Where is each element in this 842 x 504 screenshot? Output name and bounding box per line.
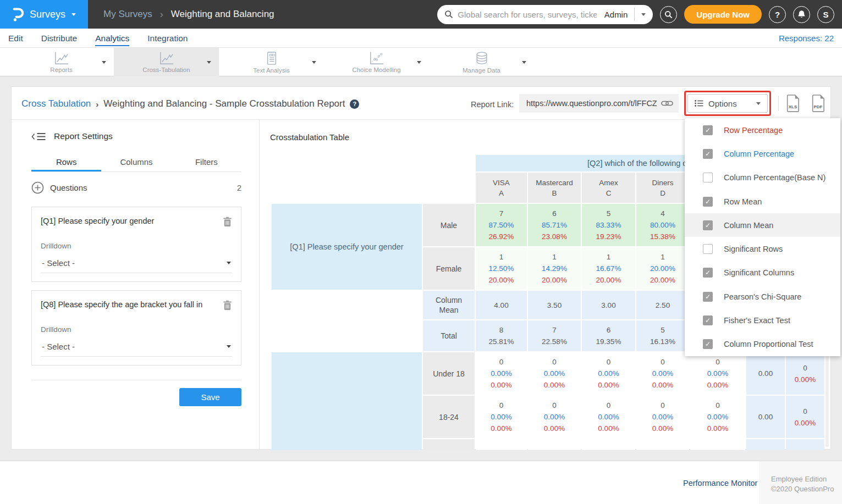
save-button[interactable]: Save — [179, 388, 241, 406]
options-menu-item-pearson-s-chi-square[interactable]: ✓Pearson's Chi-Square — [685, 285, 840, 308]
data-cell: 3.00 — [582, 291, 635, 319]
data-cell: 685.71%23.08% — [528, 204, 581, 246]
chevron-down-icon — [756, 102, 761, 105]
nav-integration[interactable]: Integration — [147, 30, 188, 46]
help-button[interactable]: ? — [769, 6, 786, 23]
divider — [634, 8, 635, 21]
breadcrumb-my-surveys[interactable]: My Surveys — [103, 9, 152, 20]
chevron-down-icon[interactable] — [102, 61, 106, 64]
export-xls-button[interactable]: XLS — [786, 95, 800, 112]
options-menu-item-fisher-s-exact-test[interactable]: ✓Fisher's Exact Test — [685, 308, 840, 332]
nav-distribute[interactable]: Distribute — [41, 30, 77, 46]
delete-question-button[interactable] — [223, 217, 232, 229]
toolbar-manage-data[interactable]: Manage Data — [429, 48, 534, 76]
options-menu-item-row-percentage[interactable]: ✓Row Percentage — [685, 118, 840, 142]
notifications-button[interactable] — [793, 6, 810, 23]
data-cell: 00.00%0.00% — [636, 352, 689, 395]
checkbox-column-proportional-test[interactable]: ✓ — [703, 339, 713, 349]
tab-filters[interactable]: Filters — [172, 153, 241, 171]
data-cell: 787.50%26.92% — [476, 204, 527, 246]
menu-item-label: Column Proportional Test — [724, 340, 813, 348]
data-cell: 825.81% — [476, 320, 527, 351]
add-question-icon[interactable] — [31, 181, 44, 194]
breadcrumb-separator: › — [96, 99, 98, 109]
questions-count: 2 — [237, 183, 241, 192]
drilldown-select[interactable]: - Select - — [41, 257, 232, 273]
checkbox-significant-columns[interactable]: ✓ — [703, 268, 713, 278]
menu-item-label: Significant Columns — [724, 268, 794, 277]
divider — [31, 380, 241, 380]
data-cell: 112.50%20.00% — [476, 247, 527, 290]
chevron-down-icon[interactable] — [522, 61, 526, 64]
checkbox-column-percentage[interactable]: ✓ — [703, 149, 713, 159]
breadcrumb: My Surveys › Weighting and Balancing — [103, 9, 274, 20]
row-mean-cell: 0.00 — [746, 352, 785, 395]
global-search[interactable]: Admin — [437, 5, 653, 24]
search-icon — [664, 10, 673, 19]
toolbar-cross-tabulation[interactable]: Cross-Tabulation — [114, 48, 219, 76]
checkbox-pearson-s-chi-square[interactable]: ✓ — [703, 292, 713, 302]
report-url-input[interactable] — [526, 99, 657, 108]
cross-tabulation-link[interactable]: Cross Tabulation — [21, 98, 91, 109]
chevron-down-icon[interactable] — [207, 61, 211, 64]
nav-analytics[interactable]: Analytics — [95, 30, 129, 46]
edition-info: Employee Edition ©2020 QuestionPro — [759, 461, 842, 504]
report-breadcrumb: Cross Tabulation › Weighting and Balanci… — [21, 98, 359, 109]
data-cell: 116.67%20.00% — [582, 247, 635, 290]
checkbox-significant-rows[interactable] — [703, 244, 713, 254]
data-cell: 619.35% — [582, 320, 635, 351]
delete-question-button[interactable] — [223, 300, 232, 313]
checkbox-column-mean[interactable]: ✓ — [703, 220, 713, 230]
breadcrumb-current-survey: Weighting and Balancing — [171, 9, 274, 20]
data-cell: 00.00%0.00% — [476, 396, 527, 438]
options-menu: ✓Row Percentage✓Column PercentageColumn … — [685, 118, 840, 356]
drilldown-select-value: - Select - — [42, 342, 75, 351]
row-header: Female — [423, 247, 475, 290]
options-menu-item-column-percentage-base-n[interactable]: Column Percentage(Base N) — [685, 166, 840, 190]
data-cell — [636, 439, 689, 450]
performance-monitor-link[interactable]: Performance Monitor — [683, 479, 757, 488]
data-cell: 00.00%0.00% — [636, 396, 689, 438]
tab-rows[interactable]: Rows — [31, 153, 101, 171]
product-switcher[interactable]: Surveys — [0, 0, 88, 29]
nav-edit[interactable]: Edit — [8, 30, 23, 46]
tab-columns[interactable]: Columns — [101, 153, 171, 171]
checkbox-row-percentage[interactable]: ✓ — [703, 125, 713, 135]
toolbar-choice-modelling[interactable]: Choice Modelling — [324, 48, 429, 76]
options-menu-item-significant-columns[interactable]: ✓Significant Columns — [685, 261, 840, 285]
options-menu-item-column-mean[interactable]: ✓Column Mean — [685, 213, 840, 237]
options-button[interactable]: Options — [687, 94, 768, 113]
data-cell: 4.00 — [476, 291, 527, 319]
column-header: DinersD — [636, 173, 689, 203]
drilldown-select[interactable]: - Select - — [41, 341, 232, 357]
toolbar-reports[interactable]: Reports — [9, 48, 114, 76]
data-cell: 00.00%0.00% — [690, 352, 745, 395]
collapse-panel-icon[interactable] — [31, 132, 46, 141]
link-icon[interactable] — [661, 100, 673, 107]
checkbox-column-percentage-base-n[interactable] — [703, 173, 713, 182]
options-menu-item-column-percentage[interactable]: ✓Column Percentage — [685, 142, 840, 165]
upgrade-now-button[interactable]: Upgrade Now — [684, 5, 762, 24]
report-settings-header: Report Settings — [31, 131, 113, 141]
account-avatar[interactable]: S — [817, 6, 834, 23]
checkbox-fisher-s-exact-test[interactable]: ✓ — [703, 315, 713, 325]
row-mean-cell — [746, 439, 785, 450]
export-pdf-button[interactable]: PDF — [811, 95, 826, 112]
options-menu-item-row-mean[interactable]: ✓Row Mean — [685, 190, 840, 213]
search-scope-selector[interactable]: Admin — [601, 10, 630, 19]
data-cell — [690, 439, 745, 450]
chevron-down-icon[interactable] — [312, 61, 316, 64]
menu-item-label: Column Mean — [724, 221, 773, 230]
options-menu-item-column-proportional-test[interactable]: ✓Column Proportional Test — [685, 333, 840, 356]
svg-text:PDF: PDF — [813, 104, 822, 109]
search-button[interactable] — [660, 6, 677, 23]
chevron-down-icon[interactable] — [641, 13, 646, 16]
menu-item-label: Pearson's Chi-Square — [724, 292, 801, 301]
checkbox-row-mean[interactable]: ✓ — [703, 197, 713, 207]
options-menu-item-significant-rows[interactable]: Significant Rows — [685, 237, 840, 261]
help-icon[interactable]: ? — [350, 99, 359, 109]
scatter-chart-icon — [368, 51, 385, 65]
global-search-input[interactable] — [458, 10, 596, 19]
chevron-down-icon[interactable] — [417, 61, 421, 64]
toolbar-text-analysis[interactable]: Text Analysis — [219, 48, 324, 76]
